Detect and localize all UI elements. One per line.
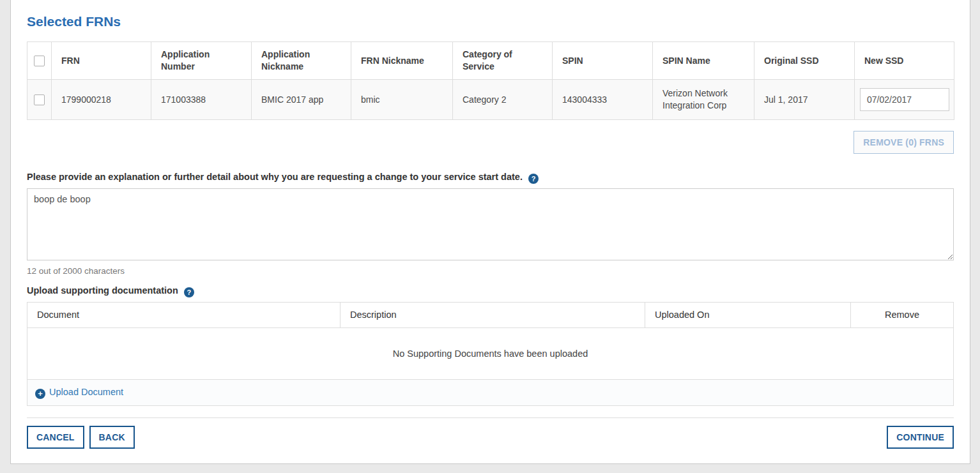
- cell-application-number: 171003388: [151, 80, 252, 120]
- cell-frn-nickname: bmic: [351, 80, 453, 120]
- row-select-cell: [27, 80, 52, 120]
- upload-document-cell: +Upload Document: [27, 380, 954, 406]
- col-header-application-number: Application Number: [151, 42, 252, 80]
- cell-spin-name: Verizon Network Integration Corp: [653, 80, 754, 120]
- explanation-textarea[interactable]: boop de boop: [27, 188, 954, 260]
- content-panel: Selected FRNs FRN Application Number App…: [10, 0, 970, 464]
- footer-divider: [27, 417, 954, 418]
- cell-frn: 1799000218: [52, 80, 151, 120]
- row-checkbox[interactable]: [34, 94, 45, 105]
- cell-spin: 143004333: [553, 80, 653, 120]
- character-counter: 12 out of 2000 characters: [27, 266, 954, 276]
- upload-documentation-label: Upload supporting documentation: [27, 285, 178, 296]
- upload-documentation-label-row: Upload supporting documentation ?: [27, 285, 954, 297]
- col-header-spin-name: SPIN Name: [653, 42, 754, 80]
- help-icon[interactable]: ?: [528, 174, 539, 184]
- col-header-uploaded-on: Uploaded On: [645, 303, 851, 328]
- select-all-checkbox[interactable]: [34, 56, 45, 66]
- cancel-button[interactable]: CANCEL: [27, 426, 84, 449]
- remove-button-row: REMOVE (0) FRNS: [27, 131, 954, 154]
- col-header-original-ssd: Original SSD: [754, 42, 855, 80]
- col-header-frn: FRN: [52, 42, 151, 80]
- col-header-remove: Remove: [851, 303, 954, 328]
- page-title: Selected FRNs: [27, 14, 954, 29]
- col-header-new-ssd: New SSD: [855, 42, 954, 80]
- cell-original-ssd: Jul 1, 2017: [754, 80, 855, 120]
- doc-table-header-row: Document Description Uploaded On Remove: [27, 303, 954, 328]
- cell-new-ssd: [855, 80, 954, 120]
- doc-table-empty-row: No Supporting Documents have been upload…: [27, 328, 954, 380]
- plus-circle-icon: +: [35, 389, 45, 399]
- col-header-description: Description: [341, 303, 645, 328]
- frn-table-row: 1799000218 171003388 BMIC 2017 app bmic …: [27, 80, 954, 120]
- upload-document-label: Upload Document: [49, 387, 123, 397]
- explanation-label: Please provide an explanation or further…: [27, 172, 523, 182]
- frn-table-header-row: FRN Application Number Application Nickn…: [27, 42, 954, 80]
- back-button[interactable]: BACK: [89, 426, 135, 449]
- supporting-documents-table: Document Description Uploaded On Remove …: [27, 302, 954, 406]
- select-all-cell: [27, 42, 52, 80]
- col-header-category-of-service: Category of Service: [453, 42, 553, 80]
- cell-category-of-service: Category 2: [453, 80, 553, 120]
- remove-frns-button[interactable]: REMOVE (0) FRNS: [854, 131, 954, 154]
- doc-table-upload-row: +Upload Document: [27, 380, 954, 406]
- col-header-application-nickname: Application Nickname: [252, 42, 351, 80]
- new-ssd-input[interactable]: [860, 88, 949, 111]
- no-documents-message: No Supporting Documents have been upload…: [27, 328, 954, 380]
- continue-button[interactable]: CONTINUE: [887, 426, 954, 449]
- upload-document-link[interactable]: +Upload Document: [35, 387, 123, 397]
- col-header-frn-nickname: FRN Nickname: [351, 42, 453, 80]
- col-header-spin: SPIN: [553, 42, 653, 80]
- help-icon[interactable]: ?: [184, 287, 194, 297]
- col-header-document: Document: [27, 303, 341, 328]
- selected-frns-table: FRN Application Number Application Nickn…: [27, 41, 954, 120]
- footer-left-buttons: CANCEL BACK: [27, 426, 135, 449]
- cell-application-nickname: BMIC 2017 app: [252, 80, 351, 120]
- explanation-label-row: Please provide an explanation or further…: [27, 171, 954, 184]
- footer-button-bar: CANCEL BACK CONTINUE: [27, 426, 954, 449]
